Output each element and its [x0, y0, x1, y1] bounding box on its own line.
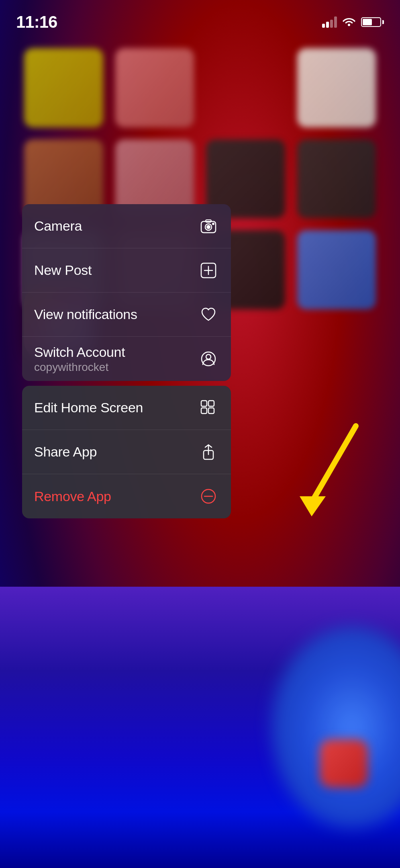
camera-icon	[198, 216, 219, 237]
phone-grid-icon	[198, 397, 219, 418]
context-menu-bottom-section: Edit Home Screen Share App	[22, 386, 231, 518]
context-menu-top-section: Camera New Post	[22, 204, 231, 381]
menu-item-view-notifications[interactable]: View notifications	[22, 293, 231, 337]
heart-icon	[198, 304, 219, 325]
menu-item-switch-account[interactable]: Switch Account copywithrocket	[22, 337, 231, 381]
menu-item-edit-home-screen[interactable]: Edit Home Screen	[22, 386, 231, 430]
svg-marker-23	[300, 496, 326, 516]
menu-item-share-app-left: Share App	[34, 444, 97, 460]
menu-item-camera-label: Camera	[34, 218, 82, 234]
blurred-app-2	[115, 48, 194, 127]
blurred-app-3	[206, 48, 285, 127]
arrow-svg	[288, 422, 368, 522]
blurred-app-4	[297, 48, 376, 127]
menu-item-share-app[interactable]: Share App	[22, 430, 231, 474]
menu-item-camera-left: Camera	[34, 218, 82, 234]
menu-item-remove-app-label: Remove App	[34, 489, 111, 504]
menu-item-switch-account-left: Switch Account copywithrocket	[34, 344, 125, 374]
menu-item-share-app-label: Share App	[34, 444, 97, 460]
blurred-app-8	[297, 139, 376, 219]
plus-square-icon	[198, 260, 219, 281]
menu-item-view-notifications-label: View notifications	[34, 307, 137, 322]
svg-rect-17	[208, 408, 214, 414]
context-menu: Camera New Post	[22, 204, 231, 518]
status-time: 11:16	[16, 12, 57, 32]
minus-circle-icon	[198, 486, 219, 507]
menu-item-camera[interactable]: Camera	[22, 204, 231, 248]
svg-rect-15	[208, 401, 214, 406]
person-circle-icon	[198, 348, 219, 369]
menu-item-new-post[interactable]: New Post	[22, 248, 231, 293]
menu-item-switch-account-label: Switch Account	[34, 344, 125, 360]
svg-point-6	[207, 225, 210, 229]
menu-item-new-post-left: New Post	[34, 262, 92, 278]
blurred-app-12	[297, 230, 376, 309]
status-icons	[322, 16, 384, 29]
red-app-decoration	[320, 739, 368, 788]
menu-item-new-post-label: New Post	[34, 262, 92, 278]
menu-item-switch-account-sublabel: copywithrocket	[34, 361, 125, 374]
share-icon	[198, 442, 219, 463]
svg-line-22	[312, 426, 356, 502]
svg-rect-16	[201, 408, 207, 414]
svg-point-8	[212, 223, 214, 225]
arrow-indicator	[288, 422, 368, 522]
signal-icon	[322, 16, 337, 28]
status-bar: 11:16	[0, 0, 400, 36]
battery-icon	[361, 17, 384, 27]
menu-item-edit-home-screen-left: Edit Home Screen	[34, 400, 143, 416]
svg-rect-14	[201, 401, 207, 406]
svg-point-13	[206, 354, 211, 359]
menu-item-view-notifications-left: View notifications	[34, 307, 137, 322]
blurred-app-1	[24, 48, 103, 127]
menu-item-remove-app[interactable]: Remove App	[22, 474, 231, 518]
wifi-icon	[343, 16, 355, 29]
menu-item-remove-app-left: Remove App	[34, 489, 111, 504]
menu-item-edit-home-screen-label: Edit Home Screen	[34, 400, 143, 416]
